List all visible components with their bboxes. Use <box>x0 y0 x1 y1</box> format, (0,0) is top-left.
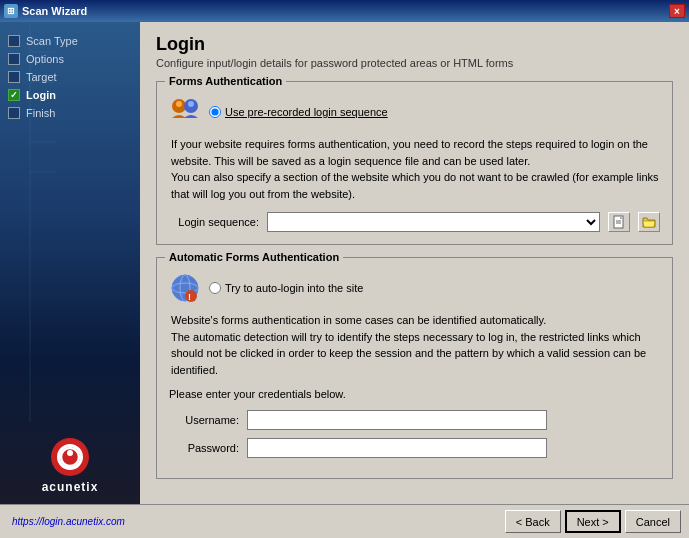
close-button[interactable]: × <box>669 4 685 18</box>
auto-forms-icon: ! <box>169 272 201 304</box>
password-row: Password: <box>169 438 660 458</box>
forms-auth-icon <box>169 96 201 128</box>
password-input[interactable] <box>247 438 547 458</box>
svg-point-20 <box>185 290 197 302</box>
title-bar: ⊞ Scan Wizard × <box>0 0 689 22</box>
nav-label-scan-type: Scan Type <box>26 35 78 47</box>
svg-text:!: ! <box>188 292 191 302</box>
svg-point-7 <box>67 450 73 456</box>
sidebar-item-target[interactable]: Target <box>0 68 140 86</box>
logo-text: acunetix <box>42 480 99 494</box>
forms-auth-section: Forms Authentication Use pre-recorded lo… <box>156 81 673 245</box>
logo-icon <box>51 438 89 476</box>
forms-auth-legend: Forms Authentication <box>165 75 286 87</box>
svg-point-6 <box>61 448 79 466</box>
page-title: Login <box>156 34 673 55</box>
login-sequence-row: Login sequence: <box>169 212 660 232</box>
auto-forms-top: ! Try to auto-login into the site <box>169 272 660 304</box>
svg-point-11 <box>188 101 194 107</box>
sidebar-item-options[interactable]: Options <box>0 50 140 68</box>
username-row: Username: <box>169 410 660 430</box>
forms-auth-top: Use pre-recorded login sequence <box>169 96 660 128</box>
nav-label-target: Target <box>26 71 57 83</box>
new-file-button[interactable] <box>608 212 630 232</box>
forms-auth-radio-text: Use pre-recorded login sequence <box>225 106 388 118</box>
page-subtitle: Configure input/login details for passwo… <box>156 57 673 69</box>
nav-label-login: Login <box>26 89 56 101</box>
left-panel: Scan Type Options Target ✓ Login Finish <box>0 22 140 504</box>
forms-auth-description: If your website requires forms authentic… <box>169 136 660 202</box>
nav-checkbox-options <box>8 53 20 65</box>
status-text: https://login.acunetix.com <box>8 516 501 527</box>
back-button[interactable]: < Back <box>505 510 561 533</box>
nav-label-finish: Finish <box>26 107 55 119</box>
next-button[interactable]: Next > <box>565 510 621 533</box>
right-panel: Login Configure input/login details for … <box>140 22 689 504</box>
forms-auth-radio[interactable] <box>209 106 221 118</box>
username-label: Username: <box>169 414 239 426</box>
auto-forms-legend: Automatic Forms Authentication <box>165 251 343 263</box>
password-label: Password: <box>169 442 239 454</box>
auto-forms-radio[interactable] <box>209 282 221 294</box>
sidebar-item-scan-type[interactable]: Scan Type <box>0 32 140 50</box>
cancel-button[interactable]: Cancel <box>625 510 681 533</box>
svg-point-9 <box>176 101 182 107</box>
login-sequence-select[interactable] <box>267 212 600 232</box>
username-input[interactable] <box>247 410 547 430</box>
login-sequence-label: Login sequence: <box>169 216 259 228</box>
auto-forms-description: Website's forms authentication in some c… <box>169 312 660 378</box>
open-folder-button[interactable] <box>638 212 660 232</box>
nav-checkbox-scan-type <box>8 35 20 47</box>
forms-auth-radio-label[interactable]: Use pre-recorded login sequence <box>209 106 388 118</box>
sidebar-item-login[interactable]: ✓ Login <box>0 86 140 104</box>
app-icon: ⊞ <box>4 4 18 18</box>
sidebar-item-finish[interactable]: Finish <box>0 104 140 122</box>
title-bar-text: Scan Wizard <box>22 5 87 17</box>
credentials-prompt: Please enter your credentials below. <box>169 388 660 400</box>
nav-label-options: Options <box>26 53 64 65</box>
title-bar-title: ⊞ Scan Wizard <box>4 4 87 18</box>
credentials-section: Please enter your credentials below. Use… <box>169 388 660 458</box>
nav-checkbox-target <box>8 71 20 83</box>
nav-checkbox-finish <box>8 107 20 119</box>
auto-forms-radio-label[interactable]: Try to auto-login into the site <box>209 282 363 294</box>
auto-forms-section: Automatic Forms Authentication ! Try to … <box>156 257 673 479</box>
nav-checkbox-login: ✓ <box>8 89 20 101</box>
auto-forms-radio-text: Try to auto-login into the site <box>225 282 363 294</box>
main-container: Scan Type Options Target ✓ Login Finish <box>0 22 689 504</box>
logo-area: acunetix <box>0 438 140 494</box>
bottom-bar: https://login.acunetix.com < Back Next >… <box>0 504 689 538</box>
